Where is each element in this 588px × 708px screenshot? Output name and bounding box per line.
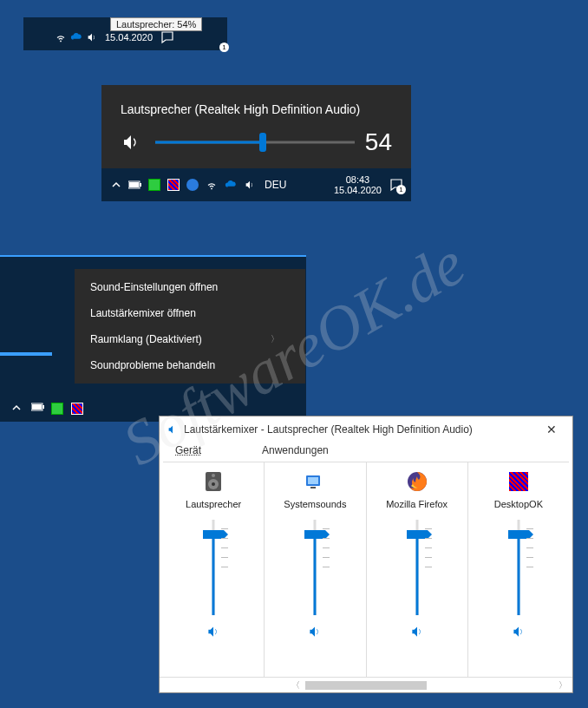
tray-app-green-icon[interactable] — [147, 177, 162, 193]
volume-slider[interactable] — [155, 134, 355, 151]
taskbar-3 — [0, 397, 88, 422]
volume-icon[interactable] — [242, 177, 258, 193]
svg-rect-12 — [310, 487, 316, 488]
tray-chevron-up-icon[interactable] — [11, 403, 26, 417]
mixer-col-name: Systemsounds — [284, 499, 346, 509]
mixer-body: Lautsprecher Systemsounds Mozilla Firefo… — [160, 462, 572, 677]
wifi-icon[interactable] — [53, 31, 69, 43]
speaker-icon — [167, 423, 179, 436]
tray-date[interactable]: 15.04.2020 — [105, 32, 153, 43]
tray-chevron-up-icon[interactable] — [108, 177, 124, 193]
onedrive-icon[interactable] — [223, 177, 238, 193]
scroll-left-icon[interactable]: 〈 — [291, 679, 300, 692]
volume-level-number: 54 — [365, 128, 392, 156]
svg-point-9 — [212, 474, 215, 477]
mixer-col-systemsounds: Systemsounds — [264, 462, 365, 677]
mixer-titlebar[interactable]: Lautstärkemixer - Lautsprecher (Realtek … — [160, 416, 572, 442]
scroll-right-icon[interactable]: 〉 — [559, 679, 567, 692]
language-indicator[interactable]: DEU — [265, 179, 286, 191]
svg-point-8 — [212, 482, 215, 486]
scroll-thumb[interactable] — [305, 681, 427, 690]
chevron-right-icon: 〉 — [271, 333, 279, 345]
mixer-col-speaker: Lautsprecher — [163, 462, 264, 677]
tray-app-green-icon[interactable] — [51, 403, 66, 417]
mute-button[interactable] — [206, 624, 221, 639]
mute-button[interactable] — [409, 624, 425, 639]
ctx-open-sound-settings[interactable]: Sound-Einstellungen öffnen — [75, 274, 305, 300]
ctx-item-label: Raumklang (Deaktiviert) — [90, 333, 202, 345]
notification-icon[interactable]: 1 — [389, 177, 404, 193]
mixer-scrollbar[interactable]: 〈 〉 — [160, 677, 572, 692]
svg-rect-4 — [42, 405, 44, 409]
svg-rect-2 — [129, 182, 139, 187]
close-button[interactable]: ✕ — [538, 419, 565, 440]
taskbar-tooltip-panel: Lautsprecher: 54% 15.04.2020 1 — [23, 17, 227, 50]
tray-time: 08:43 — [334, 174, 382, 185]
mute-button[interactable] — [511, 624, 526, 639]
context-menu-panel: Sound-Einstellungen öffnen Lautstärkemix… — [0, 255, 306, 422]
taskbar-accent-line — [0, 352, 52, 356]
tray-clock[interactable]: 08:43 15.04.2020 — [334, 174, 382, 195]
taskbar-2: DEU 08:43 15.04.2020 1 — [101, 168, 411, 201]
volume-tooltip: Lautsprecher: 54% — [110, 17, 202, 31]
svg-rect-5 — [32, 404, 42, 410]
notification-icon[interactable]: 1 — [160, 30, 175, 44]
desktopok-icon[interactable] — [506, 469, 531, 494]
mixer-col-desktopok: DesktopOK — [467, 462, 569, 677]
mixer-slider-systemsounds[interactable] — [298, 520, 331, 615]
mixer-title-text: Lautstärkemixer - Lautsprecher (Realtek … — [184, 423, 473, 436]
mixer-col-name: Mozilla Firefox — [386, 499, 448, 509]
svg-rect-1 — [140, 183, 141, 187]
ctx-item-label: Soundprobleme behandeln — [90, 359, 215, 371]
mixer-col-firefox: Mozilla Firefox — [366, 462, 467, 677]
battery-icon[interactable] — [127, 177, 143, 193]
tray-app-pixel-icon[interactable] — [166, 177, 181, 193]
wifi-icon[interactable] — [204, 177, 219, 193]
firefox-icon[interactable] — [405, 469, 429, 494]
ctx-open-volume-mixer[interactable]: Lautstärkemixer öffnen — [75, 300, 305, 326]
mute-button[interactable] — [307, 624, 323, 639]
ctx-item-label: Sound-Einstellungen öffnen — [90, 281, 218, 293]
mixer-slider-desktopok[interactable] — [502, 520, 535, 615]
mixer-header-device: Gerät — [175, 444, 262, 456]
volume-device-title: Lautsprecher (Realtek High Definition Au… — [121, 102, 392, 116]
mixer-col-name: DesktopOK — [494, 499, 543, 509]
tray-app-pixel-icon[interactable] — [71, 403, 86, 417]
notification-badge: 1 — [219, 43, 229, 52]
volume-icon[interactable] — [84, 31, 100, 43]
volume-flyout-panel: Lautsprecher (Realtek High Definition Au… — [101, 85, 411, 201]
volume-context-menu: Sound-Einstellungen öffnen Lautstärkemix… — [75, 269, 305, 384]
speaker-device-icon[interactable] — [201, 469, 225, 494]
speaker-icon[interactable] — [121, 132, 145, 153]
mixer-col-name: Lautsprecher — [186, 499, 241, 509]
notification-badge: 1 — [396, 185, 406, 194]
tray-date: 15.04.2020 — [334, 185, 382, 195]
ctx-item-label: Lautstärkemixer öffnen — [90, 307, 196, 319]
onedrive-icon[interactable] — [69, 31, 84, 43]
system-sounds-icon[interactable] — [303, 469, 327, 494]
battery-icon[interactable] — [31, 403, 46, 417]
volume-mixer-window: Lautstärkemixer - Lautsprecher (Realtek … — [159, 416, 573, 693]
mixer-slider-speaker[interactable] — [197, 520, 230, 615]
ctx-troubleshoot-sound[interactable]: Soundprobleme behandeln — [75, 352, 305, 378]
mixer-header-apps: Anwendungen — [262, 444, 329, 456]
tray-app-blue-icon[interactable] — [185, 177, 200, 193]
ctx-spatial-sound[interactable]: Raumklang (Deaktiviert)〉 — [75, 326, 305, 352]
mixer-slider-firefox[interactable] — [401, 520, 434, 615]
svg-rect-11 — [308, 477, 318, 484]
